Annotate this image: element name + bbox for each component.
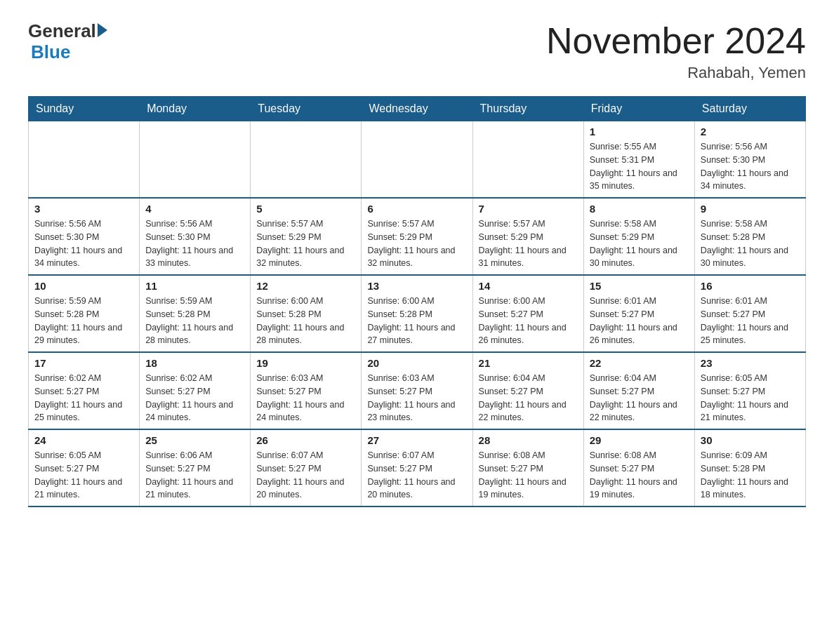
day-info: Sunrise: 5:58 AM (590, 217, 689, 231)
day-info: Sunrise: 5:56 AM (701, 140, 800, 154)
calendar-cell: 2Sunrise: 5:56 AMSunset: 5:30 PMDaylight… (694, 121, 805, 199)
day-info: Daylight: 11 hours and 26 minutes. (479, 321, 578, 348)
day-info: Sunset: 5:28 PM (34, 308, 133, 321)
day-info: Sunrise: 6:03 AM (256, 372, 355, 385)
day-info: Daylight: 11 hours and 29 minutes. (34, 321, 133, 348)
day-info: Sunset: 5:27 PM (479, 308, 578, 321)
day-info: Daylight: 11 hours and 34 minutes. (701, 167, 800, 194)
day-info: Sunset: 5:28 PM (701, 462, 800, 476)
calendar-cell: 1Sunrise: 5:55 AMSunset: 5:31 PMDaylight… (583, 121, 694, 199)
day-info: Sunset: 5:27 PM (590, 308, 689, 321)
day-info: Sunset: 5:28 PM (145, 308, 244, 321)
day-info: Sunrise: 6:01 AM (701, 295, 800, 308)
calendar-cell: 3Sunrise: 5:56 AMSunset: 5:30 PMDaylight… (29, 198, 140, 275)
day-number: 21 (479, 357, 578, 369)
day-info: Sunset: 5:27 PM (34, 385, 133, 398)
day-number: 12 (256, 280, 355, 292)
calendar-cell: 27Sunrise: 6:07 AMSunset: 5:27 PMDayligh… (362, 429, 472, 507)
day-number: 6 (367, 203, 466, 215)
day-info: Daylight: 11 hours and 24 minutes. (145, 398, 244, 425)
calendar-cell: 29Sunrise: 6:08 AMSunset: 5:27 PMDayligh… (583, 429, 694, 507)
day-info: Sunset: 5:29 PM (256, 231, 355, 244)
day-info: Daylight: 11 hours and 22 minutes. (479, 398, 578, 425)
day-number: 28 (479, 434, 578, 446)
day-info: Sunrise: 5:57 AM (256, 217, 355, 231)
calendar-cell: 28Sunrise: 6:08 AMSunset: 5:27 PMDayligh… (472, 429, 583, 507)
title-area: November 2024 Rahabah, Yemen (546, 21, 806, 82)
header-cell-saturday: Saturday (694, 97, 805, 121)
day-info: Sunrise: 6:04 AM (479, 372, 578, 385)
day-number: 26 (256, 434, 355, 446)
calendar-cell: 26Sunrise: 6:07 AMSunset: 5:27 PMDayligh… (251, 429, 362, 507)
calendar-cell: 7Sunrise: 5:57 AMSunset: 5:29 PMDaylight… (472, 198, 583, 275)
day-info: Sunset: 5:29 PM (367, 231, 466, 244)
day-number: 30 (701, 434, 800, 446)
day-number: 24 (34, 434, 133, 446)
day-info: Daylight: 11 hours and 30 minutes. (701, 244, 800, 271)
day-info: Sunset: 5:28 PM (367, 308, 466, 321)
day-info: Sunset: 5:28 PM (256, 308, 355, 321)
day-number: 23 (701, 357, 800, 369)
calendar-subtitle: Rahabah, Yemen (546, 64, 806, 82)
logo-blue: Blue (31, 42, 70, 63)
day-info: Sunrise: 5:59 AM (145, 295, 244, 308)
day-info: Daylight: 11 hours and 32 minutes. (256, 244, 355, 271)
day-info: Sunrise: 5:57 AM (479, 217, 578, 231)
day-info: Daylight: 11 hours and 18 minutes. (701, 476, 800, 502)
calendar-cell (29, 121, 140, 199)
day-info: Sunset: 5:27 PM (34, 462, 133, 476)
day-info: Sunset: 5:29 PM (479, 231, 578, 244)
calendar-cell: 12Sunrise: 6:00 AMSunset: 5:28 PMDayligh… (251, 275, 362, 352)
day-number: 18 (145, 357, 244, 369)
day-number: 3 (34, 203, 133, 215)
day-info: Sunset: 5:27 PM (145, 462, 244, 476)
calendar-cell: 11Sunrise: 5:59 AMSunset: 5:28 PMDayligh… (140, 275, 251, 352)
day-info: Sunrise: 6:02 AM (34, 372, 133, 385)
calendar-cell: 4Sunrise: 5:56 AMSunset: 5:30 PMDaylight… (140, 198, 251, 275)
day-info: Sunrise: 5:56 AM (145, 217, 244, 231)
day-info: Sunrise: 6:03 AM (367, 372, 466, 385)
day-info: Daylight: 11 hours and 21 minutes. (701, 398, 800, 425)
day-info: Sunset: 5:27 PM (479, 385, 578, 398)
day-info: Sunset: 5:28 PM (701, 231, 800, 244)
day-info: Sunset: 5:27 PM (367, 385, 466, 398)
calendar-cell: 6Sunrise: 5:57 AMSunset: 5:29 PMDaylight… (362, 198, 472, 275)
calendar-cell: 14Sunrise: 6:00 AMSunset: 5:27 PMDayligh… (472, 275, 583, 352)
calendar-week-row: 24Sunrise: 6:05 AMSunset: 5:27 PMDayligh… (29, 429, 806, 507)
logo: General Blue (28, 21, 107, 63)
calendar-cell: 21Sunrise: 6:04 AMSunset: 5:27 PMDayligh… (472, 352, 583, 429)
day-info: Sunrise: 6:09 AM (701, 449, 800, 462)
day-info: Sunrise: 6:08 AM (479, 449, 578, 462)
calendar-cell: 5Sunrise: 5:57 AMSunset: 5:29 PMDaylight… (251, 198, 362, 275)
day-info: Sunset: 5:27 PM (145, 385, 244, 398)
day-number: 15 (590, 280, 689, 292)
day-info: Sunset: 5:31 PM (590, 154, 689, 167)
day-number: 20 (367, 357, 466, 369)
day-info: Daylight: 11 hours and 25 minutes. (701, 321, 800, 348)
day-info: Sunset: 5:27 PM (590, 385, 689, 398)
calendar-cell: 9Sunrise: 5:58 AMSunset: 5:28 PMDaylight… (694, 198, 805, 275)
day-info: Daylight: 11 hours and 20 minutes. (256, 476, 355, 502)
day-number: 2 (701, 126, 800, 137)
calendar-cell (362, 121, 472, 199)
day-info: Sunrise: 6:00 AM (256, 295, 355, 308)
day-info: Sunrise: 6:01 AM (590, 295, 689, 308)
logo-general: General (28, 21, 96, 42)
calendar-cell: 13Sunrise: 6:00 AMSunset: 5:28 PMDayligh… (362, 275, 472, 352)
calendar-header-row: SundayMondayTuesdayWednesdayThursdayFrid… (29, 97, 806, 121)
calendar-cell: 30Sunrise: 6:09 AMSunset: 5:28 PMDayligh… (694, 429, 805, 507)
day-info: Sunrise: 5:58 AM (701, 217, 800, 231)
day-info: Sunrise: 5:56 AM (34, 217, 133, 231)
calendar-cell: 20Sunrise: 6:03 AMSunset: 5:27 PMDayligh… (362, 352, 472, 429)
calendar-cell: 19Sunrise: 6:03 AMSunset: 5:27 PMDayligh… (251, 352, 362, 429)
calendar-title: November 2024 (546, 21, 806, 61)
day-info: Sunset: 5:27 PM (590, 462, 689, 476)
calendar-cell: 23Sunrise: 6:05 AMSunset: 5:27 PMDayligh… (694, 352, 805, 429)
day-info: Sunrise: 6:08 AM (590, 449, 689, 462)
calendar-table: SundayMondayTuesdayWednesdayThursdayFrid… (28, 96, 806, 507)
day-info: Daylight: 11 hours and 26 minutes. (590, 321, 689, 348)
calendar-cell: 16Sunrise: 6:01 AMSunset: 5:27 PMDayligh… (694, 275, 805, 352)
day-number: 17 (34, 357, 133, 369)
day-info: Sunset: 5:30 PM (34, 231, 133, 244)
day-info: Daylight: 11 hours and 24 minutes. (256, 398, 355, 425)
